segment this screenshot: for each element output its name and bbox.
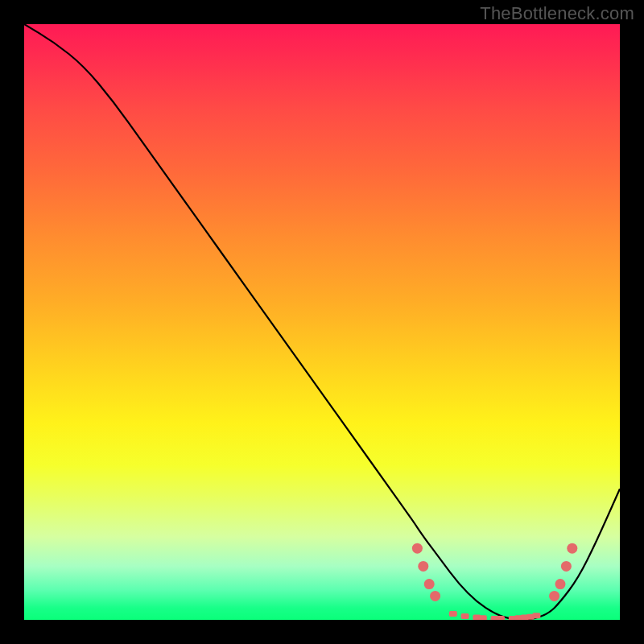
marker-dot [549,591,559,601]
marker-dash [497,616,505,620]
marker-dot [561,561,572,572]
marker-dash [449,611,457,617]
bottleneck-curve [24,24,620,620]
marker-dot [567,543,577,554]
marker-dot [418,561,428,572]
marker-dash [461,613,469,619]
marker-dot [430,591,440,601]
marker-dash [479,615,487,620]
plot-area [24,24,620,620]
watermark-text: TheBottleneck.com [480,3,634,24]
marker-dot [424,579,435,589]
marker-dot [555,579,566,589]
marker-dash [532,613,540,618]
chart-svg [24,24,620,620]
chart-frame: TheBottleneck.com [0,0,644,644]
marker-dot [412,543,423,554]
